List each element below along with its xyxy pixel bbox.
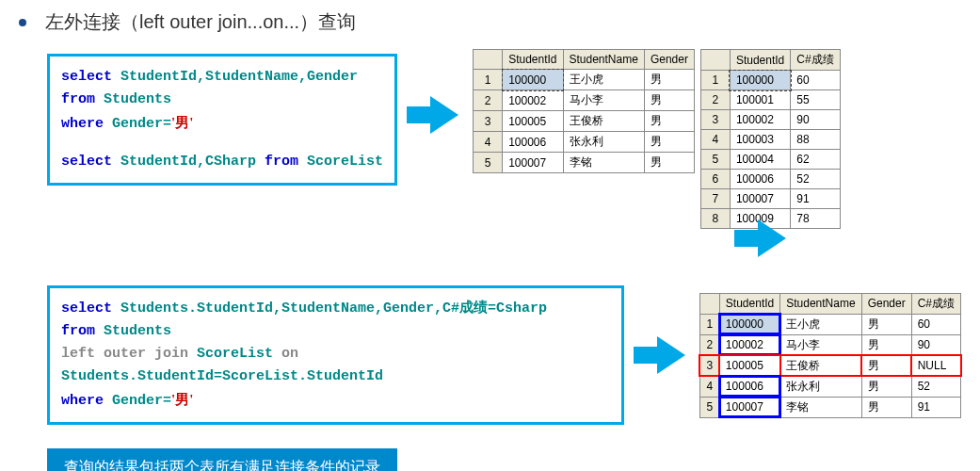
sql-box-2: select Students.StudentId,StudentName,Ge… [47,285,624,425]
sql-cond: Gender= [112,393,171,409]
kw-select: select [61,300,112,317]
col-header: Gender [861,293,911,314]
col-header: C#成绩 [791,50,840,71]
sql-table: Students [104,91,171,107]
cell: 90 [911,334,960,355]
cell: 60 [791,71,840,90]
cell: 52 [911,376,960,397]
kw-select2: select [61,154,112,170]
cell: 张永利 [563,132,644,153]
cell: 100003 [730,130,790,150]
cell: 王俊桥 [563,111,644,132]
cell: 78 [791,209,840,229]
page-title: 左外连接（left outer join...on...）查询 [19,9,961,35]
cell: 男 [644,153,694,173]
col-header: StudentName [563,50,644,70]
cell: 100000 [719,314,779,334]
cell: 52 [791,170,840,189]
cell: 100004 [730,150,790,170]
kw-where: where [61,393,104,409]
note-box-1: 查询的结果包括两个表所有满足连接条件的记录 [47,448,397,471]
cell: 王小虎 [780,314,861,334]
cell: 张永利 [780,376,861,397]
col-header: C#成绩 [911,293,960,314]
cell: 91 [791,189,840,209]
kw-from: from [61,91,95,107]
cell: 男 [861,314,911,334]
cell: 62 [791,150,840,170]
cell: 100005 [719,355,779,376]
kw-from2: from [265,154,298,170]
cell: 100005 [503,111,563,132]
arrow-right-icon [430,96,458,134]
cell: 100000 [503,70,563,90]
arrow-right-icon [657,336,685,374]
cell: 100006 [503,132,563,153]
cell: NULL [911,355,960,376]
cell: 60 [911,314,960,334]
cell: 100006 [719,376,779,397]
col-header: StudentName [780,293,861,314]
sql-cols: Students.StudentId,StudentName,Gender,C# [120,300,459,317]
cell: 男 [861,376,911,397]
cell: 男 [861,355,911,376]
sql-val: '男' [171,392,193,407]
sql-table: Students [104,323,171,339]
kw-from: from [61,323,95,339]
sql-cn: 成绩 [459,300,488,317]
result-table-3: StudentId StudentName Gender C#成绩 110000… [699,293,961,418]
sql-table2: ScoreList [307,154,383,170]
title-text: 左外连接（left outer join...on...）查询 [45,9,356,35]
cell: 100007 [730,189,790,209]
cell: 马小李 [780,334,861,355]
cell: 男 [644,111,694,132]
cell: 100007 [503,153,563,173]
cell: 男 [644,70,694,90]
cell: 男 [644,132,694,153]
cell: 88 [791,130,840,150]
sql-cols2: StudentId,CSharp [120,154,256,170]
cell: 100007 [719,397,779,417]
cell: 91 [911,397,960,417]
sql-cols: StudentId,StudentName,Gender [120,69,358,85]
kw-on: on [281,346,298,362]
cell: 55 [791,90,840,110]
cell: 王小虎 [563,70,644,90]
kw-select: select [61,69,112,85]
bullet-icon [19,19,26,26]
cell: 100006 [730,170,790,189]
sql-cond: Gender= [112,116,171,132]
cell: 男 [644,90,694,111]
cell: 100000 [730,71,790,90]
cell: 100002 [719,334,779,355]
sql-val: '男' [171,115,193,130]
col-header: StudentId [719,293,779,314]
result-table-1: StudentId StudentName Gender 1100000王小虎男… [473,49,695,173]
cell: 李铭 [780,397,861,417]
cell: 男 [861,334,911,355]
sql-table: ScoreList [197,346,273,362]
arrow-right-icon [758,219,786,257]
cell: 马小李 [563,90,644,111]
cell: 王俊桥 [780,355,861,376]
kw-where: where [61,116,104,132]
col-header: StudentId [503,50,563,70]
col-header: Gender [644,50,694,70]
cell: 100001 [730,90,790,110]
result-table-2: StudentId C#成绩 110000060 210000155 31000… [700,49,841,229]
cell: 李铭 [563,153,644,173]
col-header: StudentId [730,50,790,71]
note-text: 查询的结果包括两个表所有满足连接条件的记录 [64,459,380,471]
section-2: select Students.StudentId,StudentName,Ge… [19,281,961,430]
cell: 100002 [730,110,790,130]
sql-alias: =Csharp [488,300,547,317]
section-1: select StudentId,StudentName,Gender from… [19,49,961,229]
cell: 男 [861,397,911,417]
kw-join: left outer join [61,346,188,362]
cell: 100002 [503,90,563,111]
cell: 90 [791,110,840,130]
sql-box-1: select StudentId,StudentName,Gender from… [47,54,397,186]
sql-cond: Students.StudentId=ScoreList.StudentId [61,368,383,384]
